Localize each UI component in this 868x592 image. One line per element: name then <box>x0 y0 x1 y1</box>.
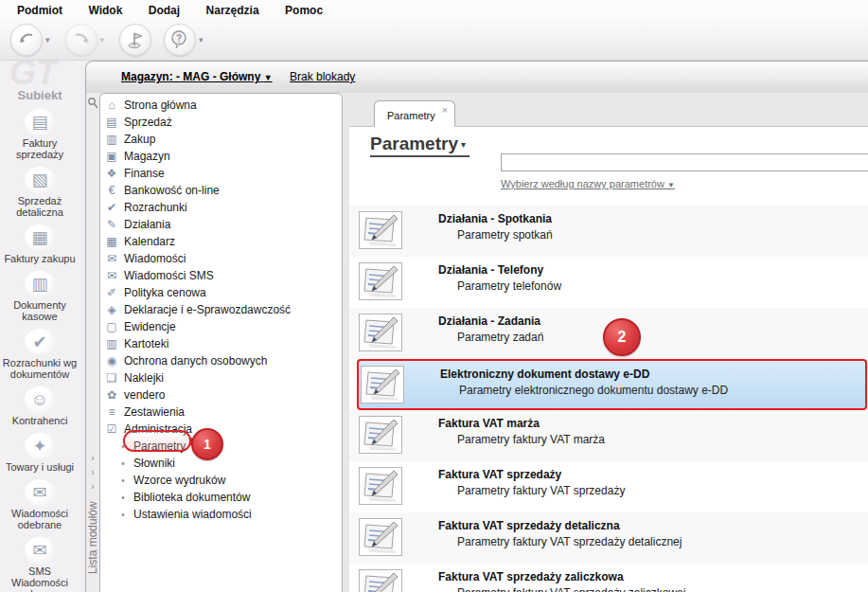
module-icon: ✦ <box>25 433 55 459</box>
parameter-title: Działania - Spotkania <box>438 212 553 225</box>
module-item[interactable]: ☺ Kontrahenci <box>0 384 80 430</box>
pin-icon[interactable] <box>87 97 98 110</box>
tree-item[interactable]: ▣ Magazyn <box>100 148 342 165</box>
module-collapse-strip[interactable]: ››› Lista modułów ››› <box>86 93 99 592</box>
tree-item[interactable]: • Słowniki <box>100 455 342 472</box>
module-item[interactable]: ✔ Rozrachunki wg dokumentów <box>0 326 80 384</box>
chevron-down-icon[interactable]: ▾ <box>45 35 50 45</box>
tree-item[interactable]: ✎ Działania <box>100 216 342 233</box>
tab-parametry[interactable]: Parametry × <box>374 100 455 127</box>
parameter-row-text: Działania - Telefony Parametry telefonów <box>438 257 561 308</box>
tree-item[interactable]: ▥ Kartoteki <box>100 335 342 352</box>
operations-arrow-button[interactable] <box>10 24 43 56</box>
tree-item[interactable]: ✔ Rozrachunki <box>100 199 342 216</box>
tree-item[interactable]: ✿ vendero <box>100 386 342 404</box>
chevron-down-icon[interactable]: ▾ <box>199 35 204 45</box>
module-item[interactable]: ▤ Faktury sprzedaży <box>0 106 80 164</box>
parameter-title: Działania - Zadania <box>438 314 543 328</box>
tree-item[interactable]: • Parametry <box>100 438 342 455</box>
tree-item-label: Ustawienia wiadomości <box>133 508 252 521</box>
tree-item[interactable]: • Biblioteka dokumentów <box>100 489 342 506</box>
parameter-row[interactable]: Faktura VAT sprzedaży Parametry faktury … <box>349 461 868 512</box>
tree-item[interactable]: ▢ Ewidencje <box>100 318 342 335</box>
chevron-down-icon[interactable]: ▾ <box>100 35 105 45</box>
tree-item[interactable]: ⌂ Strona główna <box>100 97 342 114</box>
parameter-doc-icon <box>359 467 402 505</box>
tree-item[interactable]: • Wzorce wydruków <box>100 472 342 489</box>
tree-item-label: Administracja <box>124 422 192 436</box>
tab-strip: Parametry × <box>349 93 868 127</box>
chevron-down-icon: ▼ <box>667 181 675 189</box>
tree-item[interactable]: ▤ Sprzedaż <box>100 114 342 131</box>
parameter-row[interactable]: Faktura VAT marża Parametry faktury VAT … <box>349 410 868 461</box>
lock-status-link[interactable]: Brak blokady <box>290 70 355 83</box>
tree-item-icon: ▤ <box>104 116 119 129</box>
menu-items: Podmiot Widok Dodaj Narzędzia Pomoc <box>8 1 335 18</box>
tree-item[interactable]: ▥ Zakup <box>100 131 342 148</box>
module-item[interactable]: ✉ SMS Wiadomości robocze <box>0 534 80 592</box>
menu-item[interactable]: Podmiot <box>8 2 72 20</box>
parameter-doc-icon <box>359 518 402 556</box>
chevron-right-icons: ››› <box>86 451 99 493</box>
tree-item[interactable]: ❖ Finanse <box>100 165 342 182</box>
tree-item-label: Ochrona danych osobowych <box>124 354 267 368</box>
tree-item[interactable]: ✐ Polityka cenowa <box>100 284 342 301</box>
flag-button[interactable] <box>119 24 151 56</box>
filter-by-name-link[interactable]: Wybierz według nazwy parametrów ▼ <box>501 178 675 189</box>
tree-item[interactable]: ≡ Zestawienia <box>100 404 342 421</box>
module-item[interactable]: ✉ Wiadomości odebrane <box>0 476 80 534</box>
module-item[interactable]: ▧ Sprzedaż detaliczna <box>0 164 80 222</box>
tree-item-icon: ✐ <box>104 286 119 299</box>
tree-item-icon: € <box>104 184 119 197</box>
warehouse-selector-link[interactable]: Magazyn: - MAG - Główny ▼ <box>121 70 273 83</box>
tree-item[interactable]: ✉ Wiadomości <box>100 250 342 267</box>
menu-item[interactable]: Widok <box>79 2 132 20</box>
subiekt-gt-window: { "menu": { "items": ["Podmiot", "Widok"… <box>0 0 868 592</box>
module-label: SMS Wiadomości robocze <box>2 565 78 592</box>
close-icon[interactable]: × <box>442 104 448 116</box>
tree-item[interactable]: ▦ Kalendarz <box>100 233 342 250</box>
module-item[interactable]: ▥ Dokumenty kasowe <box>0 268 80 326</box>
parameter-row[interactable]: Działania - Zadania Parametry zadań <box>349 308 868 359</box>
parameters-list: Działania - Spotkania Parametry spotkań <box>349 206 868 592</box>
parameter-search-input[interactable] <box>501 153 868 171</box>
toolbar: ▾ ▾ ? ▾ <box>0 19 868 61</box>
tree-item-label: Wiadomości SMS <box>124 269 214 282</box>
tree-item[interactable]: ☑ Administracja <box>100 421 342 438</box>
content-area: Parametry × Parametry ▾ Wybierz według n… <box>349 93 868 592</box>
tree-item-label: Zakup <box>124 133 155 146</box>
module-icon: ✉ <box>25 537 55 564</box>
tree-item[interactable]: ❏ Naklejki <box>100 369 342 386</box>
tab-label: Parametry <box>387 110 435 121</box>
menu-item[interactable]: Pomoc <box>275 2 332 20</box>
tree-item[interactable]: ◉ Ochrona danych osobowych <box>100 352 342 369</box>
parameters-rows: Działania - Spotkania Parametry spotkań <box>349 206 868 592</box>
tree-item[interactable]: • Ustawienia wiadomości <box>100 506 342 523</box>
page-title-menu[interactable]: Parametry ▾ <box>370 134 469 157</box>
parameter-title: Faktura VAT sprzedaży zaliczkowa <box>438 570 685 583</box>
module-label: Dokumenty kasowe <box>2 299 78 322</box>
parameter-row[interactable]: Działania - Telefony Parametry telefonów <box>349 257 868 308</box>
tree-item[interactable]: ◈ Deklaracje i e-Sprawozdawczość <box>100 301 342 318</box>
tree-item-icon: ▦ <box>104 235 119 248</box>
menu-item[interactable]: Dodaj <box>139 2 189 20</box>
chevron-right-icons: ››› <box>86 587 99 592</box>
parameter-subtitle: Parametry faktury VAT sprzedaży zaliczko… <box>457 586 685 592</box>
help-button[interactable]: ? <box>164 24 196 56</box>
parameter-title: Faktura VAT marża <box>438 417 605 430</box>
module-item[interactable]: ▦ Faktury zakupu <box>0 222 80 268</box>
parameter-title: Działania - Telefony <box>438 263 561 277</box>
tree-item-label: Zestawienia <box>124 405 185 419</box>
parameter-row[interactable]: Faktura VAT sprzedaży detaliczna Paramet… <box>349 512 868 564</box>
parameter-row[interactable]: Faktura VAT sprzedaży zaliczkowa Paramet… <box>349 564 868 592</box>
tree-item-label: Polityka cenowa <box>124 286 206 299</box>
forward-arrow-button[interactable] <box>65 24 97 56</box>
parameter-title: Faktura VAT sprzedaży <box>438 468 625 481</box>
tree-item[interactable]: ✉ Wiadomości SMS <box>100 267 342 284</box>
menu-item[interactable]: Narzędzia <box>197 2 269 20</box>
parameter-row[interactable]: Działania - Spotkania Parametry spotkań <box>349 206 868 257</box>
module-item[interactable]: ✦ Towary i usługi <box>0 430 80 476</box>
parameter-row[interactable]: Elektroniczny dokument dostawy e-DD Para… <box>357 359 867 410</box>
tree-item-label: vendero <box>124 388 165 402</box>
tree-item[interactable]: € Bankowość on-line <box>100 182 342 199</box>
